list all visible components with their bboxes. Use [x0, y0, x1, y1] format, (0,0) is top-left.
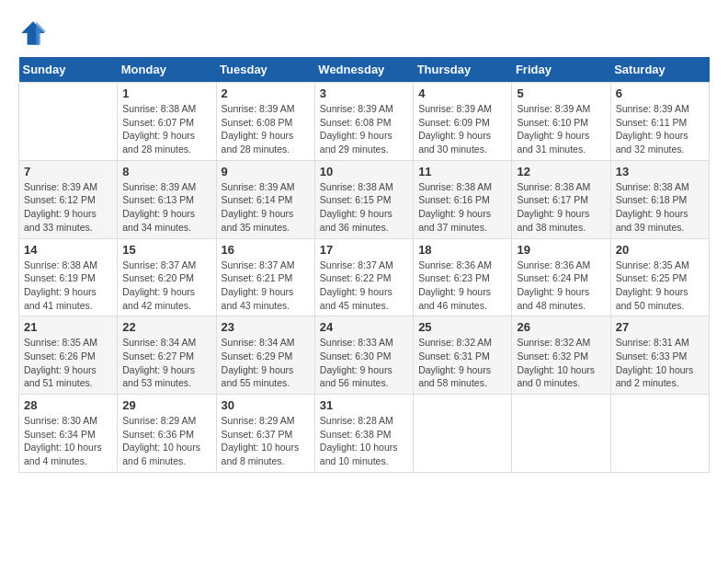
day-cell: 29Sunrise: 8:29 AMSunset: 6:36 PMDayligh… [118, 395, 216, 473]
day-number: 6 [616, 86, 704, 100]
day-number: 9 [222, 165, 310, 178]
header-thursday: Thursday [414, 57, 512, 83]
day-info: Sunrise: 8:38 AMSunset: 6:16 PMDaylight:… [418, 180, 506, 235]
day-info: Sunrise: 8:32 AMSunset: 6:31 PMDaylight:… [418, 336, 506, 390]
day-cell: 28Sunrise: 8:30 AMSunset: 6:34 PMDayligh… [19, 395, 118, 473]
day-cell: 14Sunrise: 8:38 AMSunset: 6:19 PMDayligh… [19, 238, 118, 316]
day-info: Sunrise: 8:39 AMSunset: 6:08 PMDaylight:… [222, 102, 310, 156]
calendar-table: SundayMondayTuesdayWednesdayThursdayFrid… [18, 57, 710, 473]
day-cell: 8Sunrise: 8:39 AMSunset: 6:13 PMDaylight… [118, 160, 216, 238]
day-cell [19, 83, 118, 161]
day-cell: 9Sunrise: 8:39 AMSunset: 6:14 PMDaylight… [216, 160, 314, 238]
day-number: 3 [320, 86, 408, 100]
day-info: Sunrise: 8:29 AMSunset: 6:37 PMDaylight:… [222, 414, 310, 468]
day-cell: 3Sunrise: 8:39 AMSunset: 6:08 PMDaylight… [314, 83, 413, 161]
svg-marker-0 [21, 21, 45, 45]
page-header [18, 18, 710, 48]
day-cell: 20Sunrise: 8:35 AMSunset: 6:25 PMDayligh… [610, 238, 709, 316]
day-number: 11 [418, 165, 506, 178]
day-info: Sunrise: 8:39 AMSunset: 6:11 PMDaylight:… [616, 102, 704, 156]
day-info: Sunrise: 8:38 AMSunset: 6:15 PMDaylight:… [320, 180, 408, 235]
day-cell: 4Sunrise: 8:39 AMSunset: 6:09 PMDaylight… [414, 83, 512, 161]
day-number: 8 [122, 165, 210, 178]
day-number: 20 [616, 243, 704, 257]
day-info: Sunrise: 8:38 AMSunset: 6:07 PMDaylight:… [122, 102, 210, 156]
day-cell: 12Sunrise: 8:38 AMSunset: 6:17 PMDayligh… [512, 160, 610, 238]
day-cell: 18Sunrise: 8:36 AMSunset: 6:23 PMDayligh… [414, 238, 512, 316]
day-number: 4 [418, 86, 506, 100]
day-info: Sunrise: 8:38 AMSunset: 6:17 PMDaylight:… [517, 180, 605, 235]
day-cell: 7Sunrise: 8:39 AMSunset: 6:12 PMDaylight… [19, 160, 118, 238]
day-info: Sunrise: 8:34 AMSunset: 6:27 PMDaylight:… [122, 336, 210, 390]
day-number: 25 [418, 320, 506, 334]
week-row-4: 28Sunrise: 8:30 AMSunset: 6:34 PMDayligh… [19, 395, 710, 473]
day-info: Sunrise: 8:39 AMSunset: 6:10 PMDaylight:… [517, 102, 605, 156]
day-cell: 13Sunrise: 8:38 AMSunset: 6:18 PMDayligh… [610, 160, 709, 238]
day-cell: 2Sunrise: 8:39 AMSunset: 6:08 PMDaylight… [216, 83, 314, 161]
day-cell: 25Sunrise: 8:32 AMSunset: 6:31 PMDayligh… [414, 316, 512, 395]
day-cell: 11Sunrise: 8:38 AMSunset: 6:16 PMDayligh… [414, 160, 512, 238]
day-info: Sunrise: 8:39 AMSunset: 6:14 PMDaylight:… [222, 180, 310, 235]
day-number: 29 [122, 398, 210, 412]
day-info: Sunrise: 8:38 AMSunset: 6:19 PMDaylight:… [24, 259, 112, 313]
day-info: Sunrise: 8:39 AMSunset: 6:08 PMDaylight:… [320, 102, 408, 156]
day-cell: 16Sunrise: 8:37 AMSunset: 6:21 PMDayligh… [216, 238, 314, 316]
day-number: 10 [320, 165, 408, 178]
day-number: 27 [616, 320, 704, 334]
day-info: Sunrise: 8:37 AMSunset: 6:22 PMDaylight:… [320, 259, 408, 313]
logo [18, 18, 53, 48]
header-sunday: Sunday [19, 57, 118, 83]
week-row-0: 1Sunrise: 8:38 AMSunset: 6:07 PMDaylight… [19, 83, 710, 161]
day-info: Sunrise: 8:39 AMSunset: 6:09 PMDaylight:… [418, 102, 506, 156]
day-cell: 5Sunrise: 8:39 AMSunset: 6:10 PMDaylight… [512, 83, 610, 161]
day-number: 22 [122, 320, 210, 334]
day-number: 23 [222, 320, 310, 334]
header-monday: Monday [118, 57, 216, 83]
logo-icon [18, 18, 48, 48]
day-number: 1 [122, 86, 210, 100]
day-number: 2 [222, 86, 310, 100]
day-info: Sunrise: 8:37 AMSunset: 6:20 PMDaylight:… [122, 259, 210, 313]
day-number: 16 [222, 243, 310, 257]
day-cell: 21Sunrise: 8:35 AMSunset: 6:26 PMDayligh… [19, 316, 118, 395]
day-cell: 17Sunrise: 8:37 AMSunset: 6:22 PMDayligh… [314, 238, 413, 316]
day-info: Sunrise: 8:31 AMSunset: 6:33 PMDaylight:… [616, 336, 704, 390]
day-info: Sunrise: 8:38 AMSunset: 6:18 PMDaylight:… [616, 180, 704, 235]
day-cell: 26Sunrise: 8:32 AMSunset: 6:32 PMDayligh… [512, 316, 610, 395]
day-info: Sunrise: 8:33 AMSunset: 6:30 PMDaylight:… [320, 336, 408, 390]
day-info: Sunrise: 8:36 AMSunset: 6:24 PMDaylight:… [517, 259, 605, 313]
day-number: 15 [122, 243, 210, 257]
day-cell: 27Sunrise: 8:31 AMSunset: 6:33 PMDayligh… [610, 316, 709, 395]
day-number: 31 [320, 398, 408, 412]
day-number: 7 [24, 165, 112, 178]
day-info: Sunrise: 8:34 AMSunset: 6:29 PMDaylight:… [222, 336, 310, 390]
day-cell: 22Sunrise: 8:34 AMSunset: 6:27 PMDayligh… [118, 316, 216, 395]
day-info: Sunrise: 8:35 AMSunset: 6:25 PMDaylight:… [616, 259, 704, 313]
day-number: 26 [517, 320, 605, 334]
day-cell: 10Sunrise: 8:38 AMSunset: 6:15 PMDayligh… [314, 160, 413, 238]
calendar-body: 1Sunrise: 8:38 AMSunset: 6:07 PMDaylight… [19, 83, 710, 473]
week-row-3: 21Sunrise: 8:35 AMSunset: 6:26 PMDayligh… [19, 316, 710, 395]
day-cell: 19Sunrise: 8:36 AMSunset: 6:24 PMDayligh… [512, 238, 610, 316]
day-cell: 31Sunrise: 8:28 AMSunset: 6:38 PMDayligh… [314, 395, 413, 473]
day-number: 17 [320, 243, 408, 257]
day-info: Sunrise: 8:30 AMSunset: 6:34 PMDaylight:… [24, 414, 112, 468]
day-info: Sunrise: 8:29 AMSunset: 6:36 PMDaylight:… [122, 414, 210, 468]
day-number: 5 [517, 86, 605, 100]
day-number: 13 [616, 165, 704, 178]
day-info: Sunrise: 8:28 AMSunset: 6:38 PMDaylight:… [320, 414, 408, 468]
day-cell [414, 395, 512, 473]
day-number: 28 [24, 398, 112, 412]
day-number: 19 [517, 243, 605, 257]
week-row-2: 14Sunrise: 8:38 AMSunset: 6:19 PMDayligh… [19, 238, 710, 316]
day-cell: 6Sunrise: 8:39 AMSunset: 6:11 PMDaylight… [610, 83, 709, 161]
day-number: 24 [320, 320, 408, 334]
day-cell: 30Sunrise: 8:29 AMSunset: 6:37 PMDayligh… [216, 395, 314, 473]
day-info: Sunrise: 8:39 AMSunset: 6:12 PMDaylight:… [24, 180, 112, 235]
day-cell [512, 395, 610, 473]
header-tuesday: Tuesday [216, 57, 314, 83]
day-number: 14 [24, 243, 112, 257]
day-cell: 15Sunrise: 8:37 AMSunset: 6:20 PMDayligh… [118, 238, 216, 316]
day-number: 12 [517, 165, 605, 178]
day-cell: 1Sunrise: 8:38 AMSunset: 6:07 PMDaylight… [118, 83, 216, 161]
